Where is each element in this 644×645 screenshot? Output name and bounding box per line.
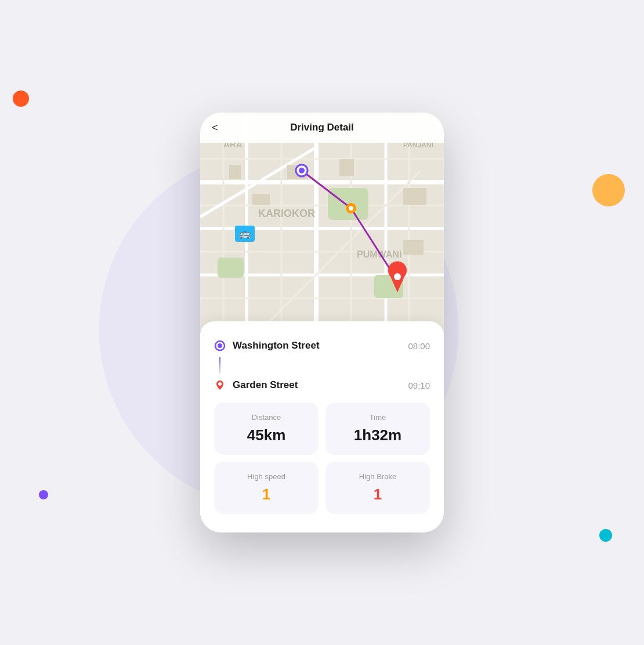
destination-time: 09:10 [408, 381, 430, 390]
origin-row: Washington Street 08:00 [214, 338, 430, 354]
svg-point-38 [218, 343, 222, 348]
stat-high-speed-label: High speed [247, 472, 285, 481]
stat-high-speed-value: 1 [262, 485, 270, 503]
svg-point-39 [218, 382, 222, 386]
svg-point-36 [394, 273, 401, 280]
origin-icon [214, 340, 226, 352]
svg-rect-19 [218, 258, 244, 278]
svg-point-33 [299, 168, 305, 173]
origin-time: 08:00 [408, 341, 430, 351]
destination-name: Garden Street [233, 379, 298, 391]
svg-rect-25 [403, 240, 424, 255]
phone-container: KARIOKOR PUMWANI ARA PANJANI 🚌 < Driving… [200, 113, 444, 532]
dot-purple [39, 490, 48, 499]
page-header: < Driving Detail [200, 113, 444, 143]
stat-high-brake-value: 1 [374, 485, 382, 503]
stat-time-label: Time [370, 413, 386, 422]
svg-text:🚌: 🚌 [239, 228, 251, 239]
svg-rect-17 [328, 188, 368, 220]
svg-rect-24 [403, 188, 426, 205]
map-svg: KARIOKOR PUMWANI ARA PANJANI 🚌 [200, 113, 444, 333]
destination-icon [214, 379, 226, 391]
svg-rect-21 [252, 194, 270, 205]
stat-time: Time 1h32m [325, 403, 430, 455]
destination-row: Garden Street 09:10 [214, 377, 430, 393]
dot-orange-right [592, 174, 625, 206]
stat-high-brake: High Brake 1 [325, 462, 430, 514]
svg-rect-20 [229, 165, 241, 179]
dot-orange-left [13, 90, 29, 107]
stat-distance-value: 45km [247, 426, 286, 444]
stat-distance: Distance 45km [214, 403, 319, 455]
stat-high-brake-label: High Brake [359, 472, 396, 481]
stat-distance-label: Distance [252, 413, 281, 422]
dot-teal [599, 529, 612, 542]
page-title: Driving Detail [290, 122, 354, 133]
stat-time-value: 1h32m [354, 426, 401, 444]
connector-line [219, 357, 220, 374]
svg-text:KARIOKOR: KARIOKOR [258, 208, 315, 219]
route-connector [214, 354, 430, 377]
back-button[interactable]: < [212, 122, 218, 134]
info-card: Washington Street 08:00 Garden Street 09… [200, 321, 444, 532]
stats-grid: Distance 45km Time 1h32m High speed 1 Hi… [214, 403, 430, 514]
svg-rect-23 [339, 159, 354, 176]
map-view: KARIOKOR PUMWANI ARA PANJANI 🚌 < Driving… [200, 113, 444, 333]
origin-name: Washington Street [233, 340, 320, 352]
origin-left: Washington Street [214, 340, 320, 352]
destination-left: Garden Street [214, 379, 298, 391]
stat-high-speed: High speed 1 [214, 462, 319, 514]
svg-point-35 [349, 206, 353, 211]
